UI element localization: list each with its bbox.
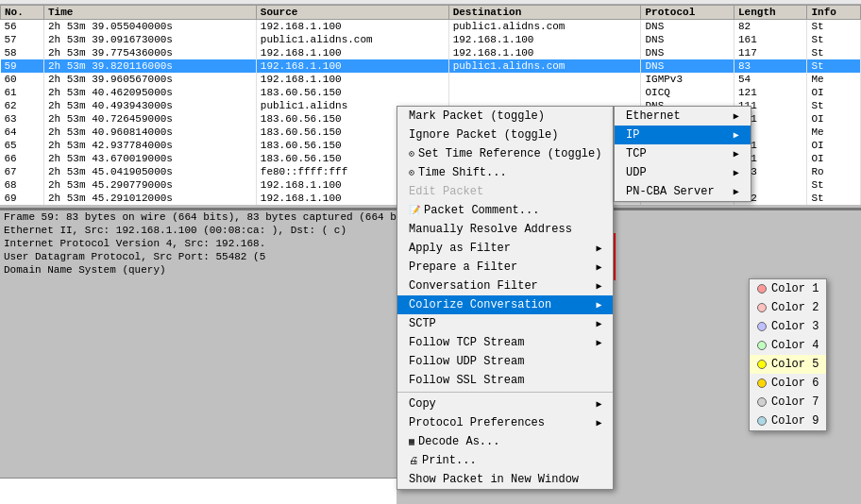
menu-item-label: Colorize Conversation xyxy=(409,298,551,311)
color-dot xyxy=(757,378,767,388)
submenu-colorize-item[interactable]: IP▶ xyxy=(615,126,751,144)
color-label: Color 9 xyxy=(771,414,819,428)
table-row[interactable]: 61 2h 53m 40.462095000s 183.60.56.150 OI… xyxy=(1,86,861,99)
cell-len: 54 xyxy=(734,73,807,86)
menu-item-label: Ignore Packet (toggle) xyxy=(409,128,558,142)
cell-info: St xyxy=(807,59,861,73)
menu-item[interactable]: Manually Resolve Address xyxy=(397,220,613,239)
cell-info: St xyxy=(807,33,861,46)
color-dot xyxy=(757,303,767,312)
cell-dst: 192.168.1.100 xyxy=(448,33,641,46)
cell-time: 2h 53m 45.291012000s xyxy=(43,192,256,205)
cell-src: 183.60.56.150 xyxy=(256,86,448,99)
cell-time: 2h 53m 43.670019000s xyxy=(43,152,256,165)
menu-item[interactable]: Apply as Filter▶ xyxy=(397,239,613,258)
menu-item[interactable]: Copy▶ xyxy=(397,395,613,413)
menu-item[interactable]: Ignore Packet (toggle) xyxy=(397,126,613,144)
submenu-arrow-icon: ▶ xyxy=(734,110,739,122)
color-dot xyxy=(757,284,767,294)
color-label: Color 3 xyxy=(771,320,819,333)
table-row[interactable]: 58 2h 53m 39.775436000s 192.168.1.100 19… xyxy=(1,46,861,59)
cell-info: Me xyxy=(807,126,861,139)
cell-no: 68 xyxy=(1,178,44,192)
submenu-colorize-item[interactable]: TCP▶ xyxy=(615,144,751,163)
color-label: Color 1 xyxy=(771,282,819,295)
table-row[interactable]: 59 2h 53m 39.820116000s 192.168.1.100 pu… xyxy=(1,59,861,73)
hex-panel xyxy=(0,478,397,504)
submenu-arrow-icon: ▶ xyxy=(734,167,739,178)
cell-no: 62 xyxy=(1,99,44,112)
menu-item-label: Follow SSL Stream xyxy=(409,374,524,387)
color-item[interactable]: Color 5 xyxy=(750,355,826,374)
menu-item[interactable]: Colorize Conversation▶ xyxy=(397,295,613,314)
cell-src: 192.168.1.100 xyxy=(256,59,448,73)
col-src: Source xyxy=(256,6,448,20)
col-time: Time xyxy=(43,6,256,20)
menu-item-label: Protocol Preferences xyxy=(409,416,545,429)
color-label: Color 2 xyxy=(771,301,819,314)
menu-item[interactable]: ▦Decode As... xyxy=(397,432,613,451)
menu-item[interactable]: ⊙Time Shift... xyxy=(397,163,613,182)
menu-item-label: ⊙Time Shift... xyxy=(409,166,507,179)
print-icon: 🖨 xyxy=(409,456,418,466)
menu-item[interactable]: Show Packet in New Window xyxy=(397,470,613,489)
submenu-arrow-icon: ▶ xyxy=(596,299,601,311)
cell-no: 59 xyxy=(1,59,44,73)
submenu-colorize-label: IP xyxy=(626,128,639,142)
cell-dst: 192.168.1.100 xyxy=(448,46,641,59)
color-item[interactable]: Color 1 xyxy=(750,279,826,298)
menu-item[interactable]: 🖨Print... xyxy=(397,451,613,470)
submenu-arrow-icon: ▶ xyxy=(596,337,601,348)
menu-item-label: ⊙Set Time Reference (toggle) xyxy=(409,147,601,160)
menu-item-label: Follow TCP Stream xyxy=(409,336,524,349)
menu-item[interactable]: Conversation Filter▶ xyxy=(397,277,613,295)
cell-proto: DNS xyxy=(641,46,734,59)
color-item[interactable]: Color 6 xyxy=(750,374,826,393)
cell-info: OI xyxy=(807,152,861,165)
cell-no: 61 xyxy=(1,86,44,99)
menu-item[interactable]: Prepare a Filter▶ xyxy=(397,258,613,277)
cell-no: 60 xyxy=(1,73,44,86)
menu-item[interactable]: Follow UDP Stream xyxy=(397,352,613,371)
color-item[interactable]: Color 4 xyxy=(750,336,826,355)
table-row[interactable]: 57 2h 53m 39.091673000s public1.alidns.c… xyxy=(1,33,861,46)
context-menu[interactable]: Mark Packet (toggle)Ignore Packet (toggl… xyxy=(397,106,614,490)
cell-len: 161 xyxy=(734,33,807,46)
color-item[interactable]: Color 3 xyxy=(750,317,826,336)
menu-item-label: Edit Packet xyxy=(409,185,483,198)
cell-len: 121 xyxy=(734,86,807,99)
cell-len: 83 xyxy=(734,59,807,73)
cell-no: 65 xyxy=(1,139,44,152)
menu-item[interactable]: Follow SSL Stream xyxy=(397,371,613,390)
submenu-colorize-item[interactable]: UDP▶ xyxy=(615,163,751,182)
submenu-arrow-icon: ▶ xyxy=(596,243,601,254)
submenu-arrow-icon: ▶ xyxy=(596,398,601,410)
clock-icon: ⊙ xyxy=(409,149,414,160)
cell-time: 2h 53m 39.055040000s xyxy=(43,20,256,34)
color-item[interactable]: Color 9 xyxy=(750,412,826,430)
menu-item[interactable]: 📝Packet Comment... xyxy=(397,201,613,220)
menu-item[interactable]: Follow TCP Stream▶ xyxy=(397,333,613,352)
menu-item-label: 📝Packet Comment... xyxy=(409,204,539,217)
color-item[interactable]: Color 7 xyxy=(750,393,826,412)
cell-no: 56 xyxy=(1,20,44,34)
col-len: Length xyxy=(734,6,807,20)
cell-info: St xyxy=(807,20,861,34)
cell-len: 82 xyxy=(734,20,807,34)
submenu-ip-colors[interactable]: Color 1Color 2Color 3Color 4Color 5Color… xyxy=(749,278,827,431)
menu-item[interactable]: Mark Packet (toggle) xyxy=(397,107,613,126)
grid-icon: ▦ xyxy=(409,437,414,447)
table-row[interactable]: 60 2h 53m 39.960567000s 192.168.1.100 IG… xyxy=(1,73,861,86)
submenu-colorize-item[interactable]: Ethernet▶ xyxy=(615,107,751,126)
table-row[interactable]: 56 2h 53m 39.055040000s 192.168.1.100 pu… xyxy=(1,20,861,34)
menu-item[interactable]: SCTP▶ xyxy=(397,314,613,333)
menu-item[interactable]: ⊙Set Time Reference (toggle) xyxy=(397,144,613,163)
menu-item-label: Mark Packet (toggle) xyxy=(409,109,545,123)
cell-info: OI xyxy=(807,112,861,126)
submenu-colorize[interactable]: Ethernet▶IP▶TCP▶UDP▶PN-CBA Server▶ xyxy=(614,106,751,202)
col-proto: Protocol xyxy=(641,6,734,20)
menu-item[interactable]: Protocol Preferences▶ xyxy=(397,413,613,432)
color-item[interactable]: Color 2 xyxy=(750,298,826,317)
color-label: Color 7 xyxy=(771,395,819,409)
submenu-colorize-item[interactable]: PN-CBA Server▶ xyxy=(615,182,751,201)
